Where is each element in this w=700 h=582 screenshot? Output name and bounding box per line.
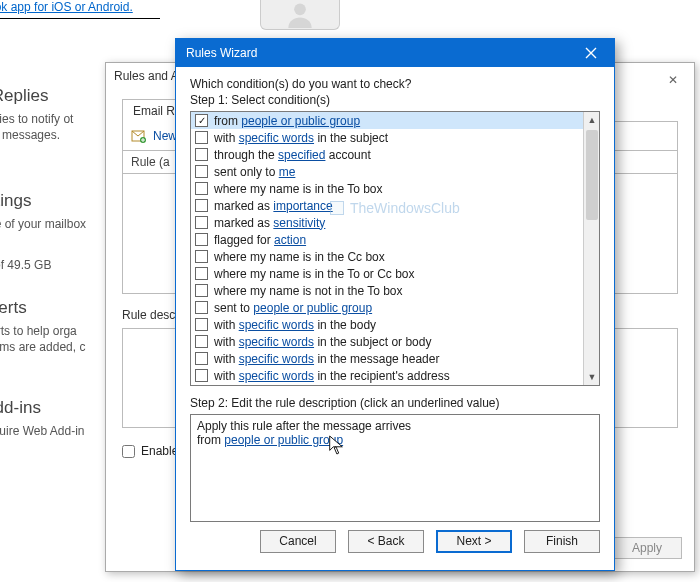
condition-text: with specific words in the recipient's a… bbox=[214, 369, 450, 383]
condition-text: flagged for action bbox=[214, 233, 306, 247]
condition-text: sent to people or public group bbox=[214, 301, 372, 315]
desc-line-1: Apply this rule after the message arrive… bbox=[197, 419, 593, 433]
condition-link[interactable]: specific words bbox=[239, 131, 314, 145]
condition-checkbox[interactable] bbox=[195, 318, 208, 331]
condition-row[interactable]: marked as sensitivity bbox=[191, 214, 583, 231]
scroll-down-icon[interactable]: ▼ bbox=[584, 369, 600, 385]
wizard-question: Which condition(s) do you want to check? bbox=[190, 77, 600, 91]
step2-label: Step 2: Edit the rule description (click… bbox=[190, 396, 600, 410]
condition-text: through the specified account bbox=[214, 148, 371, 162]
rules-wizard-dialog: Rules Wizard Which condition(s) do you w… bbox=[175, 38, 615, 571]
people-or-group-link[interactable]: people or public group bbox=[224, 433, 343, 447]
back-button[interactable]: < Back bbox=[348, 530, 424, 553]
condition-link[interactable]: specific words bbox=[239, 335, 314, 349]
desc-line-2: from people or public group bbox=[197, 433, 593, 447]
condition-checkbox[interactable] bbox=[195, 267, 208, 280]
condition-row[interactable]: where my name is in the Cc box bbox=[191, 248, 583, 265]
condition-checkbox[interactable] bbox=[195, 369, 208, 382]
condition-link[interactable]: specific words bbox=[239, 369, 314, 383]
condition-link[interactable]: importance bbox=[273, 199, 332, 213]
condition-text: marked as sensitivity bbox=[214, 216, 325, 230]
condition-link[interactable]: specified bbox=[278, 148, 325, 162]
condition-row[interactable]: through the specified account bbox=[191, 146, 583, 163]
condition-checkbox[interactable] bbox=[195, 216, 208, 229]
condition-text: where my name is in the To box bbox=[214, 182, 383, 196]
condition-text: from people or public group bbox=[214, 114, 360, 128]
condition-checkbox[interactable] bbox=[195, 131, 208, 144]
dialog-title: Rules and A bbox=[114, 69, 179, 83]
condition-link[interactable]: me bbox=[279, 165, 296, 179]
enable-rules-checkbox[interactable] bbox=[122, 445, 135, 458]
condition-row[interactable]: with specific words in the message heade… bbox=[191, 350, 583, 367]
condition-text: marked as importance bbox=[214, 199, 333, 213]
condition-text: with specific words in the subject bbox=[214, 131, 388, 145]
condition-text: sent only to me bbox=[214, 165, 295, 179]
condition-link[interactable]: specific words bbox=[239, 352, 314, 366]
condition-link[interactable]: people or public group bbox=[253, 301, 372, 315]
condition-text: with specific words in the body bbox=[214, 318, 376, 332]
condition-checkbox[interactable] bbox=[195, 335, 208, 348]
condition-row[interactable]: where my name is not in the To box bbox=[191, 282, 583, 299]
condition-checkbox[interactable] bbox=[195, 148, 208, 161]
condition-text: where my name is not in the To box bbox=[214, 284, 403, 298]
condition-link[interactable]: specific words bbox=[239, 318, 314, 332]
rule-description-editor[interactable]: Apply this rule after the message arrive… bbox=[190, 414, 600, 522]
close-icon[interactable]: ✕ bbox=[658, 67, 688, 85]
condition-text: where my name is in the Cc box bbox=[214, 250, 385, 264]
avatar-placeholder bbox=[260, 0, 340, 30]
condition-row[interactable]: where my name is in the To or Cc box bbox=[191, 265, 583, 282]
ios-android-link[interactable]: Outlook app for iOS or Android. bbox=[0, 0, 133, 14]
condition-row[interactable]: where my name is in the To box bbox=[191, 180, 583, 197]
cancel-button[interactable]: Cancel bbox=[260, 530, 336, 553]
new-rule-icon bbox=[131, 128, 147, 144]
condition-checkbox[interactable] bbox=[195, 182, 208, 195]
condition-link[interactable]: action bbox=[274, 233, 306, 247]
condition-checkbox[interactable] bbox=[195, 284, 208, 297]
condition-row[interactable]: sent to people or public group bbox=[191, 299, 583, 316]
condition-checkbox[interactable] bbox=[195, 165, 208, 178]
step1-label: Step 1: Select condition(s) bbox=[190, 93, 600, 107]
apply-button[interactable]: Apply bbox=[612, 537, 682, 559]
condition-checkbox[interactable] bbox=[195, 114, 208, 127]
next-button[interactable]: Next > bbox=[436, 530, 512, 553]
scroll-up-icon[interactable]: ▲ bbox=[584, 112, 600, 128]
condition-text: where my name is in the To or Cc box bbox=[214, 267, 415, 281]
condition-row[interactable]: from people or public group bbox=[191, 112, 583, 129]
scrollbar[interactable]: ▲ ▼ bbox=[583, 112, 599, 385]
condition-row[interactable]: sent only to me bbox=[191, 163, 583, 180]
svg-point-0 bbox=[294, 4, 306, 16]
conditions-list[interactable]: from people or public groupwith specific… bbox=[190, 111, 600, 386]
condition-text: with specific words in the message heade… bbox=[214, 352, 439, 366]
condition-checkbox[interactable] bbox=[195, 233, 208, 246]
wizard-title: Rules Wizard bbox=[186, 46, 257, 60]
condition-checkbox[interactable] bbox=[195, 301, 208, 314]
enable-rules-label: Enable bbox=[141, 444, 178, 458]
condition-checkbox[interactable] bbox=[195, 199, 208, 212]
condition-row[interactable]: with specific words in the subject or bo… bbox=[191, 333, 583, 350]
close-icon[interactable] bbox=[576, 43, 606, 63]
condition-checkbox[interactable] bbox=[195, 352, 208, 365]
condition-row[interactable]: with specific words in the subject bbox=[191, 129, 583, 146]
condition-row[interactable]: with specific words in the recipient's a… bbox=[191, 367, 583, 384]
condition-link[interactable]: sensitivity bbox=[273, 216, 325, 230]
condition-checkbox[interactable] bbox=[195, 250, 208, 263]
condition-text: with specific words in the subject or bo… bbox=[214, 335, 431, 349]
condition-row[interactable]: with specific words in the sender's addr… bbox=[191, 384, 583, 385]
finish-button[interactable]: Finish bbox=[524, 530, 600, 553]
condition-row[interactable]: marked as importance bbox=[191, 197, 583, 214]
condition-link[interactable]: people or public group bbox=[241, 114, 360, 128]
condition-row[interactable]: flagged for action bbox=[191, 231, 583, 248]
scroll-thumb[interactable] bbox=[586, 130, 598, 220]
condition-row[interactable]: with specific words in the body bbox=[191, 316, 583, 333]
